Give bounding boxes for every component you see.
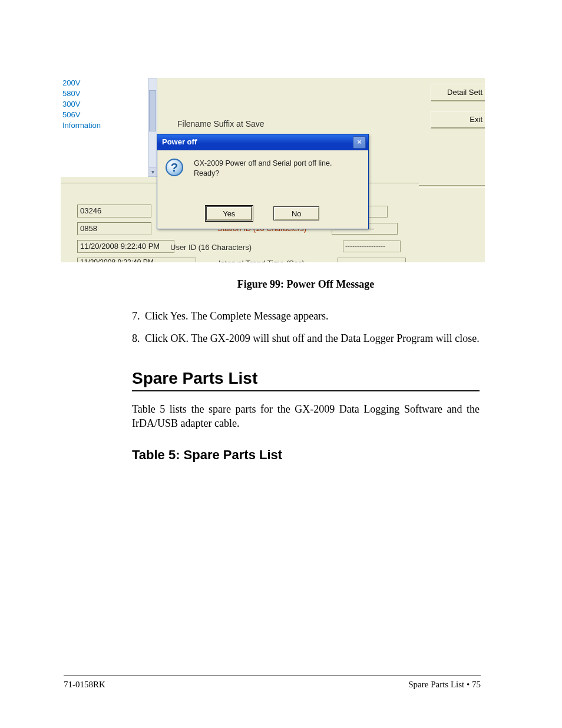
tree-scrollbar[interactable]: ▾ [148, 78, 157, 177]
step-text: Click OK. The GX-2009 will shut off and … [145, 331, 480, 345]
scrollbar-arrow-down-icon[interactable]: ▾ [149, 167, 156, 176]
question-icon: ? [166, 159, 183, 176]
detail-settings-button[interactable]: Detail Sett [431, 84, 485, 101]
page-footer: 71-0158RK Spare Parts List • 75 [64, 676, 481, 691]
step-7: 7. Click Yes. The Complete Message appea… [132, 309, 480, 323]
section-rule [132, 390, 480, 391]
step-number: 7. [132, 309, 145, 323]
datetime-field-2: 11/20/2008 9:22:40 PM [77, 258, 196, 262]
user-id-input[interactable]: ----------------- [343, 241, 401, 252]
yes-button[interactable]: Yes [206, 206, 252, 220]
user-id-label: User ID (16 Characters) [170, 243, 252, 252]
dialog-message-line2: Ready? [194, 169, 359, 179]
section-paragraph: Table 5 lists the spare parts for the GX… [132, 402, 480, 430]
power-off-dialog: Power off × ? GX-2009 Power off and Seri… [157, 134, 369, 229]
step-text: Click Yes. The Complete Message appears. [145, 309, 480, 323]
figure-caption: Figure 99: Power Off Message [132, 277, 480, 291]
tree-item[interactable]: 506V [62, 110, 154, 120]
step-number: 8. [132, 331, 145, 345]
dialog-body: ? GX-2009 Power off and Serial port off … [157, 150, 368, 195]
close-icon[interactable]: × [353, 136, 366, 149]
datetime-field: 11/20/2008 9:22:40 PM [77, 240, 174, 253]
step-8: 8. Click OK. The GX-2009 will shut off a… [132, 331, 480, 345]
footer-left: 71-0158RK [64, 680, 105, 690]
dialog-button-row: Yes No [157, 206, 368, 220]
tree-panel: 200V 580V 300V 506V Information [61, 78, 154, 177]
scrollbar-thumb[interactable] [149, 90, 156, 131]
serial-field: 03246 [77, 205, 151, 218]
exit-button[interactable]: Exit [431, 111, 485, 129]
footer-right: Spare Parts List • 75 [408, 680, 481, 690]
station-field: 0858 [77, 222, 151, 235]
table-heading: Table 5: Spare Parts List [132, 448, 480, 462]
panel-divider [419, 185, 485, 187]
section-heading: Spare Parts List [132, 371, 480, 386]
tree-item[interactable]: 200V [62, 78, 154, 88]
app-window-crop: 200V 580V 300V 506V Information ▾ Filena… [61, 78, 485, 262]
no-button[interactable]: No [273, 206, 319, 220]
interval-trend-label: Interval Trend Time (Sec) [219, 259, 305, 262]
document-body: Figure 99: Power Off Message 7. Click Ye… [132, 277, 480, 463]
dialog-titlebar[interactable]: Power off × [157, 134, 368, 150]
dialog-title: Power off [162, 137, 197, 146]
tree-item[interactable]: 300V [62, 99, 154, 110]
interval-input[interactable] [338, 258, 406, 262]
filename-suffix-label: Filename Suffix at Save [177, 119, 265, 129]
dialog-message-line1: GX-2009 Power off and Serial port off li… [194, 159, 359, 169]
tree-item[interactable]: 580V [62, 88, 154, 99]
tree-item[interactable]: Information [62, 120, 154, 131]
